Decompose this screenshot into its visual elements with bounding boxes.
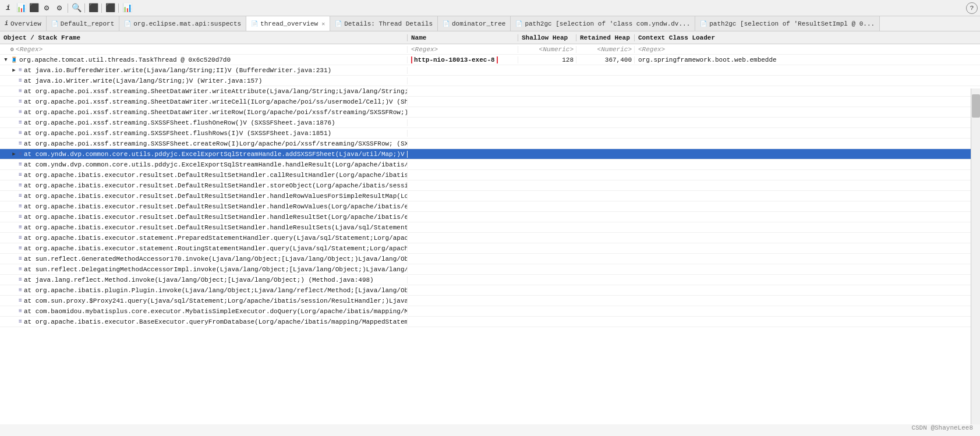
separator3	[101, 3, 102, 13]
row-obj-cell: ≡ at org.apache.ibatis.executor.resultse…	[0, 172, 408, 179]
table-row[interactable]: ≡ at org.apache.ibatis.executor.resultse…	[0, 212, 980, 222]
row-obj-text: at org.apache.ibatis.executor.resultset.…	[24, 224, 408, 231]
separator1	[68, 3, 68, 13]
stack-icon: ≡	[19, 119, 22, 126]
table-row[interactable]: ≡ at org.apache.ibatis.executor.resultse…	[0, 180, 980, 191]
thread-expand-toggle[interactable]: ▼	[2, 56, 9, 63]
search-icon[interactable]: 🔍	[70, 2, 82, 14]
stack-icon: ≡	[19, 308, 22, 314]
stack-icon: ≡	[19, 172, 22, 178]
table-row[interactable]: ▼ 🧵 org.apache.tomcat.util.threads.TaskT…	[0, 55, 980, 65]
filter-regex-icon: ⚙	[10, 46, 14, 53]
col-header-shallow: Shallow Heap	[518, 34, 576, 41]
row-obj-text: at org.apache.poi.xssf.streaming.SXSSFSh…	[24, 130, 331, 137]
table-row[interactable]: ≡ at org.apache.poi.xssf.streaming.SXSSF…	[0, 139, 980, 149]
row-obj-text: at com.baomidou.mybatisplus.core.executo…	[24, 308, 408, 315]
table-row[interactable]: ≡ at com.sun.proxy.$Proxy241.query(Ljava…	[0, 296, 980, 306]
row-obj-text: at org.apache.ibatis.executor.resultset.…	[24, 182, 408, 189]
table-row[interactable]: ≡ at java.lang.reflect.Method.invoke(Lja…	[0, 275, 980, 285]
filter-retained: <Numeric>	[576, 46, 635, 53]
row-obj-text: at org.apache.ibatis.executor.statement.…	[24, 245, 408, 252]
table-row[interactable]: ≡ at sun.reflect.GeneratedMethodAccessor…	[0, 254, 980, 264]
info-icon[interactable]: i	[2, 2, 14, 14]
tab-overview[interactable]: i Overview	[0, 16, 47, 31]
row-obj-text: at org.apache.poi.xssf.streaming.SXSSFSh…	[24, 140, 408, 147]
filter-expand	[2, 46, 9, 53]
tab-suspects[interactable]: 📄 org.eclipse.mat.api:suspects	[119, 16, 246, 31]
filter-context: <Regex>	[635, 46, 980, 53]
view-icon[interactable]: ⬛	[87, 2, 99, 14]
thread-obj-text: org.apache.tomcat.util.threads.TaskThrea…	[19, 56, 231, 63]
table-icon[interactable]: ⬛	[28, 2, 40, 14]
tab-default-label: Default_report	[61, 20, 114, 27]
tab-thread-close[interactable]: ✕	[321, 20, 325, 27]
expand-toggle[interactable]: ▶	[10, 67, 17, 74]
col-header-name: Name	[408, 34, 518, 41]
table-row[interactable]: ≡ at java.io.Writer.write(Ljava/lang/Str…	[0, 76, 980, 86]
scrollbar-vertical[interactable]	[971, 88, 980, 424]
gear-icon1[interactable]: ⚙	[41, 2, 52, 14]
table-row[interactable]: ≡ at org.apache.ibatis.executor.resultse…	[0, 191, 980, 201]
table-row[interactable]: ≡ at com.baomidou.mybatisplus.core.execu…	[0, 306, 980, 317]
filter-retained-text[interactable]: <Numeric>	[597, 46, 632, 53]
stack-icon: ≡	[19, 77, 22, 84]
table-row[interactable]: ≡ at org.apache.ibatis.executor.resultse…	[0, 170, 980, 180]
table-row[interactable]: ≡ at org.apache.ibatis.plugin.Plugin.inv…	[0, 285, 980, 296]
help-button[interactable]: ?	[966, 2, 978, 14]
tab-overview-label: Overview	[10, 20, 41, 27]
stack-icon: ≡	[19, 214, 22, 220]
stats-icon[interactable]: 📊	[121, 2, 133, 14]
table-row[interactable]: ≡ at org.apache.ibatis.executor.BaseExec…	[0, 317, 980, 327]
expand-toggle[interactable]: ▶	[10, 151, 17, 158]
row-obj-cell: ≡ at org.apache.poi.xssf.streaming.SXSSF…	[0, 130, 408, 137]
tab-path2gc1[interactable]: 📄 path2gc [selection of 'class com.yndw.…	[511, 16, 695, 31]
scrollbar-thumb[interactable]	[972, 94, 980, 118]
row-obj-cell: ≡ at com.baomidou.mybatisplus.core.execu…	[0, 308, 408, 315]
table-row[interactable]: ▶ ≡ at com.yndw.dvp.common.core.utils.pd…	[0, 149, 980, 159]
stack-icon: ≡	[19, 130, 22, 136]
table-content: ⚙ <Regex> <Regex> <Numeric> <Numeric> <R…	[0, 44, 980, 424]
filter-obj-text[interactable]: <Regex>	[16, 46, 43, 53]
table-row[interactable]: ▶ ≡ at java.io.BufferedWriter.write(Ljav…	[0, 65, 980, 76]
table-row[interactable]: ≡ at org.apache.poi.xssf.streaming.Sheet…	[0, 107, 980, 118]
table-row[interactable]: ≡ at org.apache.poi.xssf.streaming.SXSSF…	[0, 128, 980, 139]
table-row[interactable]: ≡ at org.apache.ibatis.executor.statemen…	[0, 243, 980, 254]
table-row[interactable]: ≡ at com.yndw.dvp.common.core.utils.pddy…	[0, 159, 980, 170]
export-icon[interactable]: ⬛	[104, 2, 116, 14]
stack-icon: ≡	[19, 318, 22, 325]
tab-thread-overview[interactable]: 📄 thread_overview ✕	[246, 16, 330, 31]
tab-path2gc2[interactable]: 📄 path2gc [selection of 'ResultSetImpl @…	[695, 16, 880, 31]
chart-icon[interactable]: 📊	[15, 2, 27, 14]
filter-shallow-text[interactable]: <Numeric>	[539, 46, 574, 53]
row-obj-cell: ≡ at sun.reflect.GeneratedMethodAccessor…	[0, 256, 408, 263]
row-obj-cell: ≡ at org.apache.poi.xssf.streaming.SXSSF…	[0, 140, 408, 147]
table-row[interactable]: ≡ at org.apache.poi.xssf.streaming.Sheet…	[0, 97, 980, 107]
row-obj-text: at org.apache.ibatis.executor.resultset.…	[24, 172, 408, 179]
tab-default-report[interactable]: 📄 Default_report	[47, 16, 119, 31]
tab-details-label: Details: Thread Details	[344, 20, 433, 27]
filter-context-text[interactable]: <Regex>	[638, 46, 665, 53]
table-row[interactable]: ≡ at org.apache.ibatis.executor.statemen…	[0, 233, 980, 243]
filter-obj: ⚙ <Regex>	[0, 46, 408, 53]
row-obj-cell: ▶ ≡ at com.yndw.dvp.common.core.utils.pd…	[0, 151, 408, 158]
table-row[interactable]: ≡ at org.apache.ibatis.executor.resultse…	[0, 201, 980, 212]
row-obj-cell: ≡ at org.apache.poi.xssf.streaming.SXSSF…	[0, 119, 408, 126]
stack-icon: ≡	[19, 182, 22, 189]
row-thread-shallow: 128	[518, 56, 576, 63]
table-row[interactable]: ≡ at org.apache.poi.xssf.streaming.Sheet…	[0, 86, 980, 97]
toolbar: i 📊 ⬛ ⚙ ⚙ 🔍 ⬛ ⬛ 📊 ?	[0, 0, 980, 16]
tab-thread-details[interactable]: 📄 Details: Thread Details	[330, 16, 438, 31]
tab-dominator[interactable]: 📄 dominator_tree	[438, 16, 511, 31]
row-obj-text: at java.io.Writer.write(Ljava/lang/Strin…	[24, 77, 262, 84]
gear-icon2[interactable]: ⚙	[54, 2, 65, 14]
row-obj-text: at org.apache.poi.xssf.streaming.SheetDa…	[24, 88, 408, 95]
row-obj-text: at sun.reflect.DelegatingMethodAccessorI…	[24, 266, 408, 273]
thread-name-value: http-nio-18013-exec-8	[411, 56, 498, 63]
table-row[interactable]: ≡ at org.apache.ibatis.executor.resultse…	[0, 222, 980, 233]
table-row[interactable]: ≡ at org.apache.poi.xssf.streaming.SXSSF…	[0, 118, 980, 128]
row-obj-text: at sun.reflect.GeneratedMethodAccessor17…	[24, 256, 408, 263]
filter-row: ⚙ <Regex> <Regex> <Numeric> <Numeric> <R…	[0, 44, 980, 55]
filter-name-text[interactable]: <Regex>	[411, 46, 438, 53]
watermark: CSDN @ShayneLee8	[911, 424, 973, 431]
table-row[interactable]: ≡ at sun.reflect.DelegatingMethodAccesso…	[0, 264, 980, 275]
